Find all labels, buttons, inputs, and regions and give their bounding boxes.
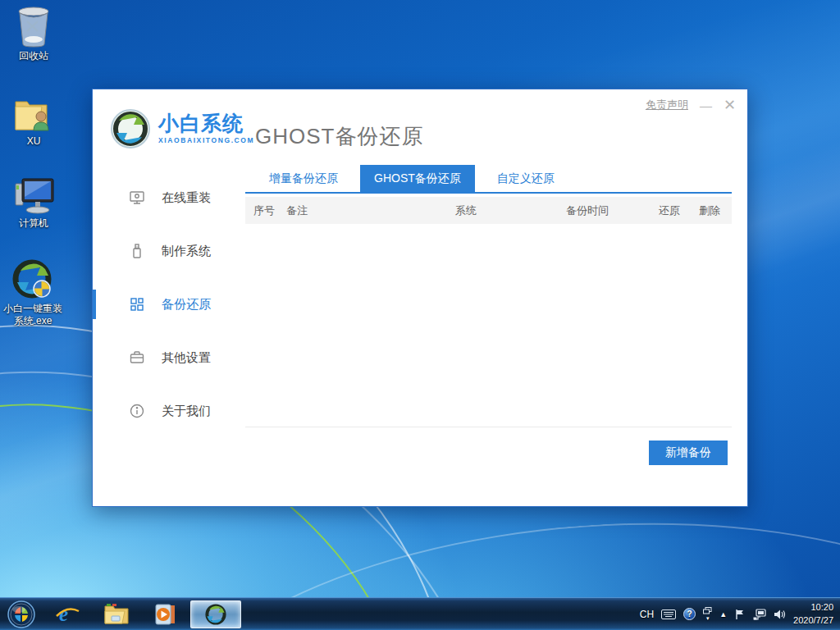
windows-start-icon — [7, 600, 35, 628]
info-icon — [129, 403, 145, 419]
app-domain: XIAOBAIXITONG.COM — [158, 136, 254, 144]
page-title: GHOST备份还原 — [255, 122, 423, 151]
taskbar-button-media-player[interactable] — [141, 598, 190, 630]
computer-icon — [3, 174, 64, 215]
desktop-icon-label: 回收站 — [3, 50, 64, 62]
column-header-delete: 删除 — [699, 203, 732, 218]
ime-toolbar-icon[interactable]: ▾ — [703, 607, 712, 621]
tab-incremental-backup-restore[interactable]: 增量备份还原 — [255, 165, 352, 192]
tab-ghost-backup-restore[interactable]: GHOST备份还原 — [360, 165, 475, 192]
app-name: 小白系统 — [158, 113, 254, 134]
tab-gap — [475, 165, 483, 192]
desktop-icon-recycle-bin[interactable]: 回收站 — [3, 7, 64, 62]
xiaobai-app-icon — [204, 603, 227, 626]
window-header: 小白系统 XIAOBAIXITONG.COM GHOST备份还原 免责声明 — … — [93, 89, 747, 165]
desktop-icon-computer[interactable]: 计算机 — [3, 174, 64, 230]
disclaimer-link[interactable]: 免责声明 — [646, 98, 688, 112]
footer: 新增备份 — [245, 427, 732, 465]
taskbar-button-xiaobai-app-active[interactable] — [190, 600, 241, 628]
app-logo: 小白系统 XIAOBAIXITONG.COM — [109, 107, 254, 150]
start-button[interactable] — [0, 598, 43, 630]
help-icon[interactable]: ? — [683, 608, 696, 620]
minimize-icon[interactable]: — — [700, 99, 712, 112]
xiaobai-app-icon — [2, 259, 63, 300]
sidebar-item-online-reinstall[interactable]: 在线重装 — [93, 181, 245, 214]
backup-table-header: 序号 备注 系统 备份时间 还原 删除 — [245, 197, 732, 224]
column-header-restore: 还原 — [659, 203, 699, 218]
window-controls: 免责声明 — ✕ — [646, 98, 736, 112]
taskbar-clock[interactable]: 10:20 2020/7/27 — [793, 601, 833, 628]
taskbar-buttons: e — [0, 598, 241, 630]
tab-bar: 增量备份还原 GHOST备份还原 自定义还原 — [245, 165, 732, 194]
xiaobai-app-window: 小白系统 XIAOBAIXITONG.COM GHOST备份还原 免责声明 — … — [92, 89, 748, 507]
show-hidden-icons[interactable]: ▲ — [719, 610, 727, 619]
user-folder-icon — [3, 92, 64, 133]
clock-date: 2020/7/27 — [793, 614, 833, 628]
recycle-bin-icon — [3, 7, 64, 48]
desktop-icon-user-folder[interactable]: XU — [3, 92, 64, 148]
action-center-flag-icon[interactable] — [734, 609, 746, 620]
app-logo-icon — [109, 107, 152, 150]
folder-icon — [103, 603, 130, 626]
taskbar: e — [0, 597, 840, 630]
internet-explorer-icon: e — [55, 602, 80, 627]
desktop-icon-label: XU — [3, 135, 64, 148]
sidebar-item-about-us[interactable]: 关于我们 — [93, 395, 245, 427]
tab-custom-restore[interactable]: 自定义还原 — [483, 165, 568, 192]
sidebar-item-make-system[interactable]: 制作系统 — [93, 235, 245, 267]
desktop: 回收站 XU 计算机 — [0, 0, 840, 630]
desktop-icon-label: 小白一键重装 系统.exe — [2, 303, 63, 327]
monitor-reinstall-icon — [129, 189, 145, 206]
tab-gap — [352, 165, 360, 192]
sidebar-item-backup-restore[interactable]: 备份还原 — [93, 288, 245, 321]
close-icon[interactable]: ✕ — [724, 98, 736, 112]
usb-drive-icon — [129, 243, 145, 259]
language-indicator[interactable]: CH — [640, 609, 654, 620]
taskbar-button-internet-explorer[interactable]: e — [43, 598, 92, 630]
clock-time: 10:20 — [793, 601, 833, 614]
desktop-icon-label: 计算机 — [3, 217, 64, 230]
column-header-system: 系统 — [455, 203, 566, 218]
taskbar-button-windows-explorer[interactable] — [92, 598, 141, 630]
media-player-icon — [153, 602, 178, 627]
sidebar-item-label: 其他设置 — [162, 350, 211, 366]
backup-grid-icon — [129, 296, 145, 313]
sidebar: 在线重装 制作系统 — [93, 165, 245, 506]
volume-icon[interactable] — [774, 609, 786, 620]
ime-dropdown-arrow: ▾ — [706, 615, 710, 621]
backup-table-body-empty — [245, 224, 732, 427]
sidebar-item-label: 备份还原 — [162, 297, 211, 313]
network-icon[interactable] — [753, 609, 766, 620]
sidebar-item-label: 制作系统 — [162, 244, 211, 259]
add-backup-button[interactable]: 新增备份 — [649, 441, 728, 465]
sidebar-item-label: 在线重装 — [162, 190, 211, 206]
app-logo-text: 小白系统 XIAOBAIXITONG.COM — [158, 113, 254, 144]
column-header-seq: 序号 — [253, 203, 286, 218]
sidebar-item-other-settings[interactable]: 其他设置 — [93, 341, 245, 374]
content-panel: 增量备份还原 GHOST备份还原 自定义还原 序号 备注 系统 备份时间 还原 … — [245, 165, 747, 506]
window-body: 在线重装 制作系统 — [93, 165, 747, 506]
desktop-icon-xiaobai-app[interactable]: 小白一键重装 系统.exe — [2, 259, 63, 327]
sidebar-item-label: 关于我们 — [162, 404, 211, 419]
column-header-backup-time: 备份时间 — [566, 203, 659, 218]
system-tray: CH ? ▾ ▲ 10:20 2020/7/27 — [640, 598, 840, 630]
keyboard-icon[interactable] — [661, 609, 676, 619]
briefcase-icon — [129, 349, 145, 366]
column-header-note: 备注 — [286, 203, 455, 218]
